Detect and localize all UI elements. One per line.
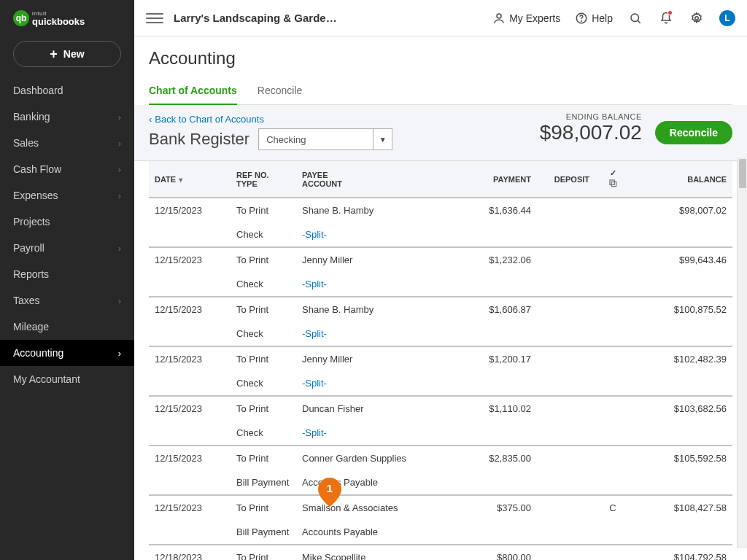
- chevron-left-icon: ‹: [149, 114, 152, 125]
- cell-payment: $1,232.06: [464, 247, 537, 272]
- table-row[interactable]: 12/15/2023To PrintConner Garden Supplies…: [149, 446, 732, 470]
- sidebar-item-label: Projects: [13, 216, 50, 228]
- cell-ref: To Print: [231, 545, 296, 560]
- new-button-label: New: [63, 48, 85, 60]
- cell-account[interactable]: -Split-: [296, 222, 464, 247]
- col-deposit[interactable]: DEPOSIT: [537, 161, 595, 198]
- scrollbar-thumb[interactable]: [739, 159, 746, 188]
- tab-chart-of-accounts[interactable]: Chart of Accounts: [149, 79, 237, 105]
- sidebar-item-dashboard[interactable]: Dashboard: [0, 77, 134, 104]
- cell-date: 12/15/2023: [149, 495, 231, 520]
- chevron-right-icon: ›: [118, 112, 121, 122]
- cell-rec: [595, 545, 630, 560]
- table-row[interactable]: Bill PaymentAccounts Payable: [149, 470, 732, 495]
- sidebar-item-sales[interactable]: Sales›: [0, 130, 134, 156]
- sidebar-item-label: Reports: [13, 268, 49, 280]
- cell-account[interactable]: -Split-: [296, 371, 464, 396]
- table-row[interactable]: Check-Split-: [149, 272, 732, 297]
- table-row[interactable]: Check-Split-: [149, 371, 732, 396]
- sidebar-item-projects[interactable]: Projects: [0, 209, 134, 235]
- table-row[interactable]: 12/15/2023To PrintJenny Miller$1,232.06$…: [149, 247, 732, 272]
- table-row[interactable]: 12/15/2023To PrintShane B. Hamby$1,606.8…: [149, 297, 732, 322]
- table-row[interactable]: 12/18/2023To PrintMike Scopellite$800.00…: [149, 545, 732, 560]
- cell-type: Bill Payment: [231, 520, 296, 545]
- cell-payment: $1,110.02: [464, 396, 537, 421]
- cell-balance: $100,875.52: [630, 297, 732, 322]
- page-header: Accounting Chart of AccountsReconcile: [134, 36, 747, 105]
- table-row[interactable]: Check-Split-: [149, 421, 732, 446]
- my-experts-link[interactable]: My Experts: [492, 12, 560, 25]
- vertical-scrollbar[interactable]: [737, 158, 747, 548]
- notification-dot: [667, 10, 673, 15]
- svg-point-0: [497, 14, 501, 18]
- sidebar-item-mileage[interactable]: Mileage: [0, 314, 134, 340]
- back-link[interactable]: ‹ Back to Chart of Accounts: [149, 114, 264, 125]
- col-payee-account[interactable]: PAYEE ACCOUNT: [296, 161, 464, 198]
- sidebar-item-my-accountant[interactable]: My Accountant: [0, 366, 134, 392]
- chevron-right-icon: ›: [118, 190, 121, 201]
- cell-account[interactable]: -Split-: [296, 272, 464, 297]
- svg-point-3: [631, 14, 639, 22]
- col-reconcile-status[interactable]: ✓: [595, 161, 630, 198]
- cell-type: Check: [231, 421, 296, 446]
- col-balance[interactable]: BALANCE: [630, 161, 732, 198]
- table-row[interactable]: 12/15/2023To PrintShane B. Hamby$1,636.4…: [149, 198, 732, 222]
- register-header: ‹ Back to Chart of Accounts Bank Registe…: [134, 105, 747, 161]
- col-payment[interactable]: PAYMENT: [464, 161, 537, 198]
- sort-down-icon: ▼: [177, 176, 184, 184]
- sidebar-item-banking[interactable]: Banking›: [0, 104, 134, 130]
- cell-payee: Shane B. Hamby: [296, 198, 464, 222]
- cell-type: Check: [231, 322, 296, 346]
- brand-logo: qb intuit quickbooks: [0, 0, 134, 34]
- plus-icon: +: [50, 47, 58, 62]
- cell-account: Accounts Payable: [296, 470, 464, 495]
- chevron-right-icon: ›: [118, 164, 121, 175]
- cell-account[interactable]: -Split-: [296, 421, 464, 446]
- user-avatar[interactable]: L: [719, 10, 735, 26]
- cell-payee: Smallson & Associates: [296, 495, 464, 520]
- svg-point-4: [695, 16, 699, 20]
- sidebar-item-cash-flow[interactable]: Cash Flow›: [0, 156, 134, 182]
- my-experts-label: My Experts: [509, 12, 560, 24]
- table-row[interactable]: 12/15/2023To PrintSmallson & Associates$…: [149, 495, 732, 520]
- menu-toggle-button[interactable]: [146, 9, 163, 27]
- col-ref-type[interactable]: REF NO. TYPE: [231, 161, 296, 198]
- sidebar-item-label: Sales: [13, 137, 39, 149]
- qb-logo-icon: qb: [13, 10, 29, 26]
- gear-icon: [690, 12, 703, 25]
- svg-rect-5: [610, 180, 614, 184]
- account-select[interactable]: Checking ▼: [258, 128, 392, 150]
- sidebar-item-payroll[interactable]: Payroll›: [0, 235, 134, 261]
- reconcile-button[interactable]: Reconcile: [655, 121, 732, 144]
- cell-deposit: [537, 346, 595, 371]
- sidebar-item-label: Mileage: [13, 321, 49, 332]
- sidebar-item-reports[interactable]: Reports: [0, 261, 134, 287]
- cell-type: Check: [231, 272, 296, 297]
- cell-ref: To Print: [231, 346, 296, 371]
- settings-button[interactable]: [689, 10, 705, 26]
- table-row[interactable]: 12/15/2023To PrintJenny Miller$1,200.17$…: [149, 346, 732, 371]
- back-link-label: Back to Chart of Accounts: [155, 114, 264, 125]
- table-row[interactable]: Check-Split-: [149, 222, 732, 247]
- sidebar-item-taxes[interactable]: Taxes›: [0, 287, 134, 314]
- help-link[interactable]: Help: [575, 12, 613, 25]
- col-date[interactable]: DATE▼: [149, 161, 231, 198]
- table-row[interactable]: 12/15/2023To PrintDuncan Fisher$1,110.02…: [149, 396, 732, 421]
- tab-reconcile[interactable]: Reconcile: [258, 79, 302, 105]
- cell-ref: To Print: [231, 198, 296, 222]
- cell-rec: C: [595, 495, 630, 520]
- ending-balance-value: $98,007.02: [540, 121, 642, 144]
- cell-date: 12/15/2023: [149, 297, 231, 322]
- sidebar-item-accounting[interactable]: Accounting›: [0, 340, 134, 366]
- sidebar-item-expenses[interactable]: Expenses›: [0, 182, 134, 209]
- table-row[interactable]: Check-Split-: [149, 322, 732, 346]
- cell-rec: [595, 346, 630, 371]
- sidebar-item-label: Taxes: [13, 295, 40, 306]
- cell-account[interactable]: -Split-: [296, 322, 464, 346]
- new-button[interactable]: + New: [13, 41, 121, 67]
- cell-balance: $104,792.58: [630, 545, 732, 560]
- cell-deposit: [537, 297, 595, 322]
- notifications-button[interactable]: [658, 10, 674, 26]
- search-button[interactable]: [627, 10, 643, 26]
- table-row[interactable]: Bill PaymentAccounts Payable: [149, 520, 732, 545]
